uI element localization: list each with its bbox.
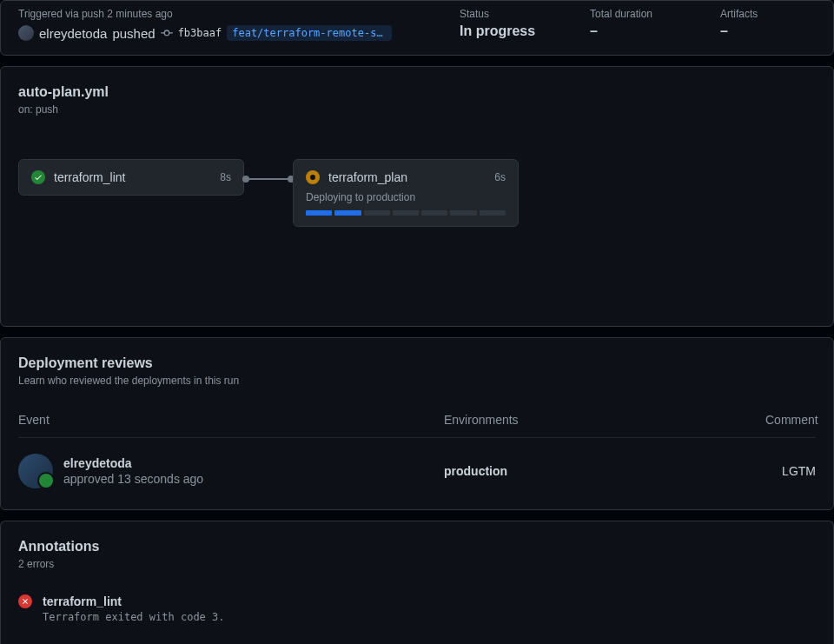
duration-value: – xyxy=(590,23,685,39)
pushed-label: pushed xyxy=(112,26,155,41)
commit-sha[interactable]: fb3baaf xyxy=(178,27,222,39)
section-title: Annotations xyxy=(18,539,816,554)
col-env: Environments xyxy=(444,413,765,427)
workflow-card: auto-plan.yml on: push terraform_lint 8s… xyxy=(0,66,834,327)
section-sub: Learn who reviewed the deployments in th… xyxy=(18,375,816,387)
avatar[interactable] xyxy=(18,25,34,41)
artifacts-value: – xyxy=(720,23,816,39)
run-header-card: Triggered via push 2 minutes ago elreyde… xyxy=(0,0,834,56)
review-comment: LGTM xyxy=(765,464,816,478)
col-comment: Comment xyxy=(765,413,818,427)
job-name: terraform_plan xyxy=(328,170,486,184)
annotation-title: terraform_lint xyxy=(43,594,225,608)
avatar[interactable] xyxy=(18,454,53,488)
status-label: Status xyxy=(460,8,555,20)
col-event: Event xyxy=(18,413,444,427)
running-icon xyxy=(306,170,320,184)
section-title: Deployment reviews xyxy=(18,355,816,371)
job-name: terraform_lint xyxy=(54,170,211,184)
job-subtext: Deploying to production xyxy=(306,191,506,203)
job-connector xyxy=(244,178,293,180)
artifacts-item: Artifacts – xyxy=(720,8,816,39)
status-value: In progress xyxy=(460,23,555,39)
branch-label[interactable]: feat/terraform-remote-sta… xyxy=(227,25,392,41)
status-item: Status In progress xyxy=(460,8,555,39)
jobs-graph: terraform_lint 8s terraform_plan 6s Depl… xyxy=(18,159,816,227)
artifacts-label: Artifacts xyxy=(720,8,816,20)
review-action: approved 13 seconds ago xyxy=(63,472,203,486)
annotation-msg: Terraform exited with code 3. xyxy=(43,611,225,623)
trigger-label: Triggered via push 2 minutes ago xyxy=(18,8,460,20)
job-duration: 6s xyxy=(494,171,506,183)
annotation-item[interactable]: terraform_lint Terraform exited with cod… xyxy=(18,588,816,630)
success-icon xyxy=(31,170,45,184)
commit-icon xyxy=(161,27,173,39)
review-table: Event Environments Comment elreydetoda a… xyxy=(18,413,816,492)
error-icon xyxy=(18,594,32,608)
deployment-reviews-card: Deployment reviews Learn who reviewed th… xyxy=(0,337,834,510)
progress-bar xyxy=(306,210,506,216)
workflow-on: on: push xyxy=(18,103,816,116)
annotations-card: Annotations 2 errors terraform_lint Terr… xyxy=(0,521,834,644)
review-env[interactable]: production xyxy=(444,464,765,478)
duration-label: Total duration xyxy=(590,8,685,20)
section-sub: 2 errors xyxy=(18,558,816,570)
review-row: elreydetoda approved 13 seconds ago prod… xyxy=(18,437,816,492)
duration-item: Total duration – xyxy=(590,8,685,39)
job-terraform-plan[interactable]: terraform_plan 6s Deploying to productio… xyxy=(293,159,519,227)
job-terraform-lint[interactable]: terraform_lint 8s xyxy=(18,159,244,196)
workflow-name: auto-plan.yml xyxy=(18,84,816,100)
actor-name[interactable]: elreydetoda xyxy=(39,26,107,41)
job-duration: 8s xyxy=(220,171,231,183)
review-user[interactable]: elreydetoda xyxy=(63,456,203,470)
